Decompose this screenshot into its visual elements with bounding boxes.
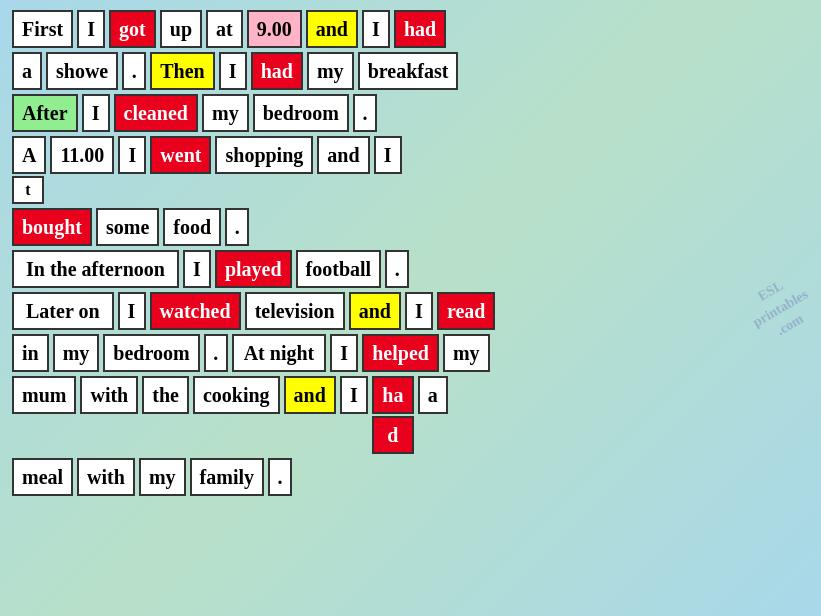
row-6: Later on I watched television and I read [12,292,809,330]
word-d: d [372,416,414,454]
word-bedroom-1: bedroom [253,94,349,132]
word-my-2: my [202,94,249,132]
punct-6: . [268,458,292,496]
word-my-3: my [53,334,100,372]
word-helped: helped [362,334,439,372]
word-in-the-afternoon: In the afternoon [12,250,179,288]
word-and-1: and [306,10,358,48]
word-up: up [160,10,202,48]
word-in: in [12,334,49,372]
punct-5: . [204,334,228,372]
word-1100: 11.00 [50,136,114,174]
word-i-7: I [183,250,211,288]
word-cleaned: cleaned [114,94,198,132]
punct-1: . [122,52,146,90]
word-the: the [142,376,189,414]
word-i-11: I [340,376,368,414]
word-i-4: I [82,94,110,132]
punct-4: . [385,250,409,288]
word-i-5: I [118,136,146,174]
word-i-6: I [374,136,402,174]
word-my-4: my [443,334,490,372]
word-at: at [206,10,243,48]
row-4a: A t 11.00 I went shopping and I [12,136,809,204]
word-ha: ha [372,376,414,414]
word-played: played [215,250,292,288]
word-900: 9.00 [247,10,302,48]
word-family: family [190,458,264,496]
word-bedroom-2: bedroom [103,334,199,372]
row-7: in my bedroom . At night I helped my [12,334,809,372]
word-later-on: Later on [12,292,114,330]
word-got: got [109,10,156,48]
word-shopping: shopping [215,136,313,174]
word-after: After [12,94,78,132]
word-my-5: my [139,458,186,496]
word-food: food [163,208,221,246]
word-i-9: I [405,292,433,330]
word-first: First [12,10,73,48]
word-i-2: I [362,10,390,48]
main-content: First I got up at 9.00 and I had a showe… [0,0,821,506]
word-went: went [150,136,211,174]
word-had-stacked: ha d [372,376,414,454]
word-had-1: had [394,10,446,48]
row-1: First I got up at 9.00 and I had [12,10,809,48]
word-and-3: and [349,292,401,330]
word-mum: mum [12,376,76,414]
word-football: football [296,250,382,288]
row-8: mum with the cooking and I ha d a [12,376,809,454]
word-i-1: I [77,10,105,48]
row-9: meal with my family . [12,458,809,496]
word-my-1: my [307,52,354,90]
word-with-2: with [77,458,135,496]
word-at-night: At night [232,334,327,372]
word-meal: meal [12,458,73,496]
word-a-2: a [418,376,448,414]
word-read: read [437,292,496,330]
word-t: t [12,176,44,204]
word-i-8: I [118,292,146,330]
row-4b: bought some food . [12,208,809,246]
word-and-4: and [284,376,336,414]
word-cooking: cooking [193,376,280,414]
word-watched: watched [150,292,241,330]
word-with-1: with [80,376,138,414]
word-had-2: had [251,52,303,90]
word-and-2: and [317,136,369,174]
punct-3: . [225,208,249,246]
word-bought: bought [12,208,92,246]
row-5: In the afternoon I played football . [12,250,809,288]
word-showe: showe [46,52,118,90]
row-3: After I cleaned my bedroom . [12,94,809,132]
row-2: a showe . Then I had my breakfast [12,52,809,90]
word-television: television [245,292,345,330]
word-some: some [96,208,159,246]
word-i-3: I [219,52,247,90]
word-then: Then [150,52,214,90]
word-a-1: a [12,52,42,90]
punct-2: . [353,94,377,132]
word-a-at: A [12,136,46,174]
word-breakfast: breakfast [358,52,459,90]
word-i-10: I [330,334,358,372]
